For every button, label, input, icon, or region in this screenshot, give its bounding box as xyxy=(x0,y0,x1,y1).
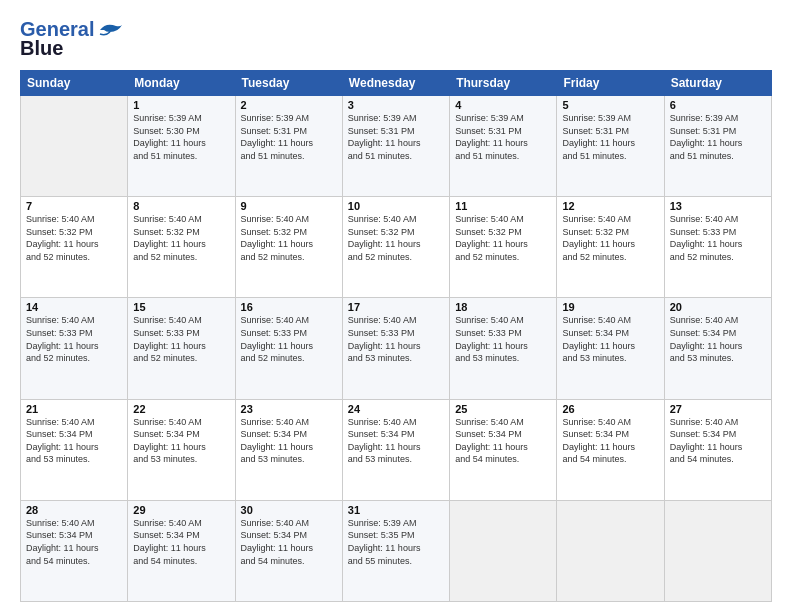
calendar-cell: 4Sunrise: 5:39 AM Sunset: 5:31 PM Daylig… xyxy=(450,96,557,197)
day-number: 13 xyxy=(670,200,766,212)
day-number: 28 xyxy=(26,504,122,516)
day-info: Sunrise: 5:40 AM Sunset: 5:34 PM Dayligh… xyxy=(26,517,122,567)
day-number: 18 xyxy=(455,301,551,313)
day-number: 9 xyxy=(241,200,337,212)
calendar-cell: 20Sunrise: 5:40 AM Sunset: 5:34 PM Dayli… xyxy=(664,298,771,399)
day-number: 30 xyxy=(241,504,337,516)
calendar-page: General Blue SundayMondayTuesdayWednesda… xyxy=(0,0,792,612)
day-number: 20 xyxy=(670,301,766,313)
day-number: 17 xyxy=(348,301,444,313)
logo-bird-icon xyxy=(96,20,124,40)
day-number: 3 xyxy=(348,99,444,111)
col-header-saturday: Saturday xyxy=(664,71,771,96)
day-info: Sunrise: 5:40 AM Sunset: 5:32 PM Dayligh… xyxy=(348,213,444,263)
day-number: 6 xyxy=(670,99,766,111)
day-info: Sunrise: 5:39 AM Sunset: 5:35 PM Dayligh… xyxy=(348,517,444,567)
col-header-thursday: Thursday xyxy=(450,71,557,96)
header: General Blue xyxy=(20,18,772,60)
day-number: 4 xyxy=(455,99,551,111)
calendar-cell: 25Sunrise: 5:40 AM Sunset: 5:34 PM Dayli… xyxy=(450,399,557,500)
calendar-cell: 11Sunrise: 5:40 AM Sunset: 5:32 PM Dayli… xyxy=(450,197,557,298)
logo: General Blue xyxy=(20,18,124,60)
calendar-cell: 29Sunrise: 5:40 AM Sunset: 5:34 PM Dayli… xyxy=(128,500,235,601)
logo-blue: Blue xyxy=(20,37,63,60)
day-number: 29 xyxy=(133,504,229,516)
column-headers: SundayMondayTuesdayWednesdayThursdayFrid… xyxy=(21,71,772,96)
day-info: Sunrise: 5:40 AM Sunset: 5:33 PM Dayligh… xyxy=(348,314,444,364)
day-info: Sunrise: 5:39 AM Sunset: 5:31 PM Dayligh… xyxy=(348,112,444,162)
day-info: Sunrise: 5:40 AM Sunset: 5:34 PM Dayligh… xyxy=(133,416,229,466)
day-number: 10 xyxy=(348,200,444,212)
day-info: Sunrise: 5:39 AM Sunset: 5:31 PM Dayligh… xyxy=(455,112,551,162)
calendar-cell: 3Sunrise: 5:39 AM Sunset: 5:31 PM Daylig… xyxy=(342,96,449,197)
logo-container: General Blue xyxy=(20,18,124,60)
calendar-cell: 12Sunrise: 5:40 AM Sunset: 5:32 PM Dayli… xyxy=(557,197,664,298)
calendar-cell: 5Sunrise: 5:39 AM Sunset: 5:31 PM Daylig… xyxy=(557,96,664,197)
calendar-cell: 2Sunrise: 5:39 AM Sunset: 5:31 PM Daylig… xyxy=(235,96,342,197)
day-info: Sunrise: 5:40 AM Sunset: 5:32 PM Dayligh… xyxy=(562,213,658,263)
day-info: Sunrise: 5:40 AM Sunset: 5:32 PM Dayligh… xyxy=(455,213,551,263)
calendar-cell: 1Sunrise: 5:39 AM Sunset: 5:30 PM Daylig… xyxy=(128,96,235,197)
day-number: 5 xyxy=(562,99,658,111)
calendar-table: SundayMondayTuesdayWednesdayThursdayFrid… xyxy=(20,70,772,602)
day-info: Sunrise: 5:40 AM Sunset: 5:34 PM Dayligh… xyxy=(455,416,551,466)
week-row-5: 28Sunrise: 5:40 AM Sunset: 5:34 PM Dayli… xyxy=(21,500,772,601)
col-header-friday: Friday xyxy=(557,71,664,96)
calendar-cell: 14Sunrise: 5:40 AM Sunset: 5:33 PM Dayli… xyxy=(21,298,128,399)
day-info: Sunrise: 5:40 AM Sunset: 5:34 PM Dayligh… xyxy=(133,517,229,567)
day-info: Sunrise: 5:40 AM Sunset: 5:33 PM Dayligh… xyxy=(241,314,337,364)
calendar-cell: 19Sunrise: 5:40 AM Sunset: 5:34 PM Dayli… xyxy=(557,298,664,399)
calendar-cell xyxy=(664,500,771,601)
calendar-cell: 24Sunrise: 5:40 AM Sunset: 5:34 PM Dayli… xyxy=(342,399,449,500)
day-number: 16 xyxy=(241,301,337,313)
day-info: Sunrise: 5:40 AM Sunset: 5:33 PM Dayligh… xyxy=(670,213,766,263)
calendar-body: 1Sunrise: 5:39 AM Sunset: 5:30 PM Daylig… xyxy=(21,96,772,602)
day-info: Sunrise: 5:40 AM Sunset: 5:34 PM Dayligh… xyxy=(670,416,766,466)
calendar-cell: 31Sunrise: 5:39 AM Sunset: 5:35 PM Dayli… xyxy=(342,500,449,601)
calendar-cell: 26Sunrise: 5:40 AM Sunset: 5:34 PM Dayli… xyxy=(557,399,664,500)
day-info: Sunrise: 5:40 AM Sunset: 5:34 PM Dayligh… xyxy=(26,416,122,466)
day-number: 25 xyxy=(455,403,551,415)
day-info: Sunrise: 5:40 AM Sunset: 5:32 PM Dayligh… xyxy=(26,213,122,263)
day-info: Sunrise: 5:40 AM Sunset: 5:34 PM Dayligh… xyxy=(562,314,658,364)
day-number: 22 xyxy=(133,403,229,415)
week-row-4: 21Sunrise: 5:40 AM Sunset: 5:34 PM Dayli… xyxy=(21,399,772,500)
col-header-monday: Monday xyxy=(128,71,235,96)
calendar-cell: 6Sunrise: 5:39 AM Sunset: 5:31 PM Daylig… xyxy=(664,96,771,197)
calendar-cell: 28Sunrise: 5:40 AM Sunset: 5:34 PM Dayli… xyxy=(21,500,128,601)
calendar-cell: 17Sunrise: 5:40 AM Sunset: 5:33 PM Dayli… xyxy=(342,298,449,399)
day-number: 14 xyxy=(26,301,122,313)
day-number: 19 xyxy=(562,301,658,313)
day-number: 8 xyxy=(133,200,229,212)
day-number: 11 xyxy=(455,200,551,212)
day-info: Sunrise: 5:40 AM Sunset: 5:34 PM Dayligh… xyxy=(562,416,658,466)
day-info: Sunrise: 5:39 AM Sunset: 5:30 PM Dayligh… xyxy=(133,112,229,162)
calendar-cell: 23Sunrise: 5:40 AM Sunset: 5:34 PM Dayli… xyxy=(235,399,342,500)
calendar-cell: 16Sunrise: 5:40 AM Sunset: 5:33 PM Dayli… xyxy=(235,298,342,399)
day-info: Sunrise: 5:40 AM Sunset: 5:34 PM Dayligh… xyxy=(241,517,337,567)
day-info: Sunrise: 5:40 AM Sunset: 5:32 PM Dayligh… xyxy=(241,213,337,263)
calendar-cell xyxy=(450,500,557,601)
week-row-3: 14Sunrise: 5:40 AM Sunset: 5:33 PM Dayli… xyxy=(21,298,772,399)
day-info: Sunrise: 5:40 AM Sunset: 5:32 PM Dayligh… xyxy=(133,213,229,263)
day-number: 21 xyxy=(26,403,122,415)
week-row-1: 1Sunrise: 5:39 AM Sunset: 5:30 PM Daylig… xyxy=(21,96,772,197)
day-info: Sunrise: 5:40 AM Sunset: 5:33 PM Dayligh… xyxy=(26,314,122,364)
day-info: Sunrise: 5:39 AM Sunset: 5:31 PM Dayligh… xyxy=(670,112,766,162)
calendar-cell: 7Sunrise: 5:40 AM Sunset: 5:32 PM Daylig… xyxy=(21,197,128,298)
day-info: Sunrise: 5:39 AM Sunset: 5:31 PM Dayligh… xyxy=(241,112,337,162)
day-number: 27 xyxy=(670,403,766,415)
col-header-wednesday: Wednesday xyxy=(342,71,449,96)
day-number: 2 xyxy=(241,99,337,111)
col-header-sunday: Sunday xyxy=(21,71,128,96)
day-info: Sunrise: 5:39 AM Sunset: 5:31 PM Dayligh… xyxy=(562,112,658,162)
day-number: 24 xyxy=(348,403,444,415)
day-info: Sunrise: 5:40 AM Sunset: 5:34 PM Dayligh… xyxy=(241,416,337,466)
day-number: 7 xyxy=(26,200,122,212)
day-info: Sunrise: 5:40 AM Sunset: 5:34 PM Dayligh… xyxy=(348,416,444,466)
day-info: Sunrise: 5:40 AM Sunset: 5:33 PM Dayligh… xyxy=(455,314,551,364)
day-number: 12 xyxy=(562,200,658,212)
day-number: 1 xyxy=(133,99,229,111)
calendar-cell: 13Sunrise: 5:40 AM Sunset: 5:33 PM Dayli… xyxy=(664,197,771,298)
day-number: 23 xyxy=(241,403,337,415)
